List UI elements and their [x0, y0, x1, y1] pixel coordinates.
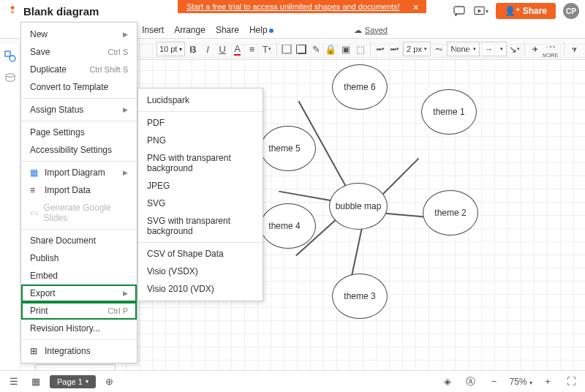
database-icon: ≡ [30, 185, 40, 195]
fm-revision[interactable]: Revision History... [21, 320, 137, 337]
ex-vsdx[interactable]: Visio (VSDX) [138, 263, 263, 280]
shapes-icon[interactable] [4, 50, 17, 63]
menu-help[interactable]: Help [244, 23, 279, 37]
ex-svg[interactable]: SVG [138, 195, 263, 212]
ex-jpeg[interactable]: JPEG [138, 177, 263, 195]
bubble-theme-5[interactable]: theme 5 [260, 126, 316, 171]
fm-import-diagram[interactable]: ▦Import Diagram▶ [21, 164, 137, 181]
zoom-in-icon[interactable]: + [540, 374, 556, 390]
bottombar: ☰ ▦ Page 1▾ ⊕ ◈ Ⓐ − 75% ▾ + ⛶ [0, 370, 585, 392]
chevron-right-icon: ▶ [123, 106, 128, 113]
fm-import-data[interactable]: ≡Import Data [21, 181, 137, 199]
present-icon[interactable]: ▾ [474, 4, 488, 18]
svg-rect-0 [454, 7, 464, 14]
fm-save[interactable]: SaveCtrl S [21, 43, 137, 61]
fm-generate-slides: ▭Generate Google Slides [21, 199, 137, 227]
add-page-icon[interactable]: ⊕ [102, 374, 118, 390]
chevron-right-icon: ▶ [123, 169, 128, 176]
data-icon[interactable] [4, 72, 17, 85]
svg-rect-4 [5, 51, 10, 56]
ex-lucidspark[interactable]: Lucidspark [138, 91, 263, 109]
fm-print[interactable]: PrintCtrl P [21, 302, 137, 320]
svg-point-6 [6, 74, 15, 77]
menu-arrange[interactable]: Arrange [169, 23, 211, 37]
fm-export[interactable]: Export▶ [21, 284, 137, 302]
ex-pdf[interactable]: PDF [138, 114, 263, 132]
close-icon[interactable]: × [412, 1, 418, 13]
grid-view-icon[interactable]: ▦ [28, 374, 44, 390]
ex-svg-transparent[interactable]: SVG with transparent background [138, 212, 263, 240]
fm-convert[interactable]: Convert to Template [21, 78, 137, 96]
fm-publish[interactable]: Publish [21, 249, 137, 267]
bubble-theme-2[interactable]: theme 2 [423, 190, 478, 235]
menu-insert[interactable]: Insert [137, 23, 169, 37]
document-title[interactable]: Blank diagram [23, 5, 99, 18]
zoom-out-icon[interactable]: − [486, 374, 502, 390]
file-menu: New▶ SaveCtrl S DuplicateCtrl Shift S Co… [20, 22, 137, 363]
fm-share-doc[interactable]: Share Document [21, 232, 137, 249]
zoom-level[interactable]: 75% ▾ [510, 377, 532, 387]
fm-page-settings[interactable]: Page Settings [21, 124, 137, 141]
menu-share[interactable]: Share [211, 23, 244, 37]
svg-point-5 [10, 56, 15, 61]
avatar[interactable]: CP [563, 3, 579, 19]
saved-indicator[interactable]: ☁Saved [354, 26, 388, 35]
app-logo [6, 4, 19, 18]
list-view-icon[interactable]: ☰ [6, 374, 22, 390]
ex-png[interactable]: PNG [138, 132, 263, 149]
ex-csv[interactable]: CSV of Shape Data [138, 245, 263, 263]
fm-duplicate[interactable]: DuplicateCtrl Shift S [21, 61, 137, 78]
fm-accessibility[interactable]: Accessibility Settings [21, 141, 137, 159]
ex-png-transparent[interactable]: PNG with transparent background [138, 149, 263, 177]
bubble-theme-1[interactable]: theme 1 [421, 89, 477, 135]
visio-icon: ▦ [30, 167, 40, 178]
fm-embed[interactable]: Embed [21, 267, 137, 284]
chevron-right-icon: ▶ [123, 290, 128, 297]
trial-banner[interactable]: Start a free trial to access unlimited s… [178, 0, 426, 13]
left-rail [0, 44, 20, 351]
bubble-center[interactable]: bubble map [329, 183, 388, 230]
fullscreen-icon[interactable]: ⛶ [563, 374, 579, 390]
a11y-icon[interactable]: Ⓐ [463, 374, 479, 390]
comment-icon[interactable] [452, 4, 467, 18]
bubble-theme-3[interactable]: theme 3 [332, 274, 388, 319]
layers-icon[interactable]: ◈ [439, 374, 456, 390]
import-data-button[interactable]: ⇥ Import Data [35, 364, 116, 370]
fm-new[interactable]: New▶ [21, 26, 137, 43]
page-tab[interactable]: Page 1▾ [50, 375, 96, 388]
export-submenu: Lucidspark PDF PNG PNG with transparent … [137, 88, 263, 301]
ex-vdx[interactable]: Visio 2010 (VDX) [138, 280, 263, 298]
chevron-right-icon: ▶ [123, 31, 128, 38]
fm-assign-status[interactable]: Assign Status▶ [21, 101, 137, 118]
bubble-theme-6[interactable]: theme 6 [332, 64, 388, 110]
bubble-theme-4[interactable]: theme 4 [260, 203, 316, 249]
share-button[interactable]: 👤⁺Share [496, 3, 556, 19]
slides-icon: ▭ [30, 208, 39, 218]
fm-integrations[interactable]: ⊞Integrations [21, 342, 137, 360]
integrations-icon: ⊞ [30, 346, 40, 356]
